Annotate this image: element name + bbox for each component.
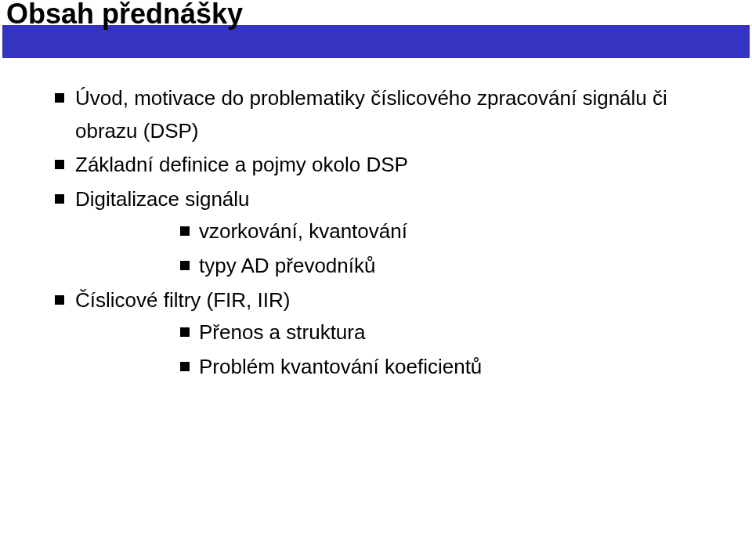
bullet-list: Úvod, motivace do problematiky číslicové…	[47, 82, 705, 383]
list-item: typy AD převodníků	[175, 250, 705, 283]
sub-bullet-list: Přenos a struktura Problém kvantování ko…	[175, 316, 705, 383]
list-item: Základní definice a pojmy okolo DSP	[47, 149, 705, 182]
list-item: Problém kvantování koeficientů	[175, 351, 705, 384]
list-item: vzorkování, kvantování	[175, 215, 705, 248]
list-item: Přenos a struktura	[175, 316, 705, 349]
bullet-text: Základní definice a pojmy okolo DSP	[75, 153, 408, 176]
slide-page: Obsah přednášky Úvod, motivace do proble…	[0, 0, 752, 560]
list-item: Digitalizace signálu vzorkování, kvantov…	[47, 183, 705, 283]
sub-bullet-list: vzorkování, kvantování typy AD převodník…	[175, 215, 705, 282]
bullet-text: Problém kvantování koeficientů	[199, 355, 482, 378]
slide-title: Obsah přednášky	[6, 0, 243, 28]
list-item: Číslicové filtry (FIR, IIR) Přenos a str…	[47, 284, 705, 384]
bullet-text: Úvod, motivace do problematiky číslicové…	[75, 86, 667, 143]
bullet-text: Digitalizace signálu	[75, 187, 250, 211]
bullet-text: typy AD převodníků	[199, 254, 375, 277]
bullet-text: vzorkování, kvantování	[199, 219, 407, 243]
bullet-text: Číslicové filtry (FIR, IIR)	[75, 288, 290, 312]
title-bar	[2, 25, 750, 58]
list-item: Úvod, motivace do problematiky číslicové…	[47, 82, 705, 147]
bullet-text: Přenos a struktura	[199, 320, 365, 344]
slide-body: Úvod, motivace do problematiky číslicové…	[47, 82, 705, 385]
